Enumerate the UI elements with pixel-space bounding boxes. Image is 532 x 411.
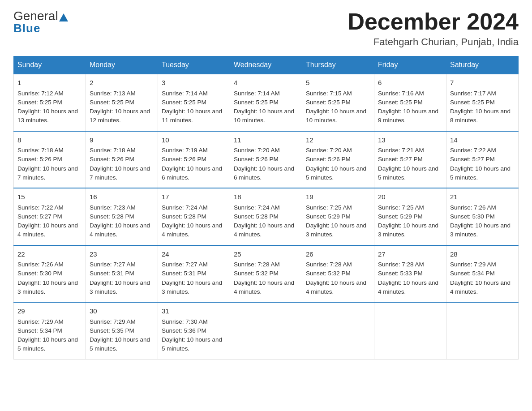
day-number: 4 <box>234 78 298 88</box>
day-number: 23 <box>90 249 154 260</box>
header-monday: Monday <box>86 56 158 74</box>
calendar-cell: 21Sunrise: 7:26 AMSunset: 5:30 PMDayligh… <box>446 188 519 245</box>
day-number: 30 <box>90 306 154 317</box>
day-number: 24 <box>162 249 226 260</box>
main-title: December 2024 <box>348 9 519 34</box>
calendar-cell: 17Sunrise: 7:24 AMSunset: 5:28 PMDayligh… <box>158 188 230 245</box>
header-thursday: Thursday <box>302 56 374 74</box>
day-number: 2 <box>90 78 154 88</box>
header-tuesday: Tuesday <box>158 56 230 74</box>
week-row-4: 22Sunrise: 7:26 AMSunset: 5:30 PMDayligh… <box>14 245 519 303</box>
calendar-cell <box>446 302 519 359</box>
calendar-cell: 22Sunrise: 7:26 AMSunset: 5:30 PMDayligh… <box>14 245 86 303</box>
calendar-cell: 9Sunrise: 7:18 AMSunset: 5:26 PMDaylight… <box>86 131 158 188</box>
calendar-cell: 7Sunrise: 7:17 AMSunset: 5:25 PMDaylight… <box>446 74 519 131</box>
day-number: 26 <box>306 249 370 260</box>
header-friday: Friday <box>374 56 446 74</box>
day-number: 20 <box>378 192 442 202</box>
calendar-cell: 15Sunrise: 7:22 AMSunset: 5:27 PMDayligh… <box>14 188 86 245</box>
calendar-cell: 5Sunrise: 7:15 AMSunset: 5:25 PMDaylight… <box>302 74 374 131</box>
week-row-5: 29Sunrise: 7:29 AMSunset: 5:34 PMDayligh… <box>14 302 519 359</box>
calendar-cell: 29Sunrise: 7:29 AMSunset: 5:34 PMDayligh… <box>14 302 86 359</box>
day-number: 21 <box>450 192 515 202</box>
calendar-cell: 26Sunrise: 7:28 AMSunset: 5:32 PMDayligh… <box>302 245 374 303</box>
day-number: 25 <box>234 249 298 260</box>
day-number: 12 <box>306 135 370 146</box>
calendar-cell: 25Sunrise: 7:28 AMSunset: 5:32 PMDayligh… <box>230 245 302 303</box>
day-number: 18 <box>234 192 298 202</box>
calendar-cell: 12Sunrise: 7:20 AMSunset: 5:26 PMDayligh… <box>302 131 374 188</box>
day-number: 7 <box>450 78 515 88</box>
calendar-cell: 20Sunrise: 7:25 AMSunset: 5:29 PMDayligh… <box>374 188 446 245</box>
calendar-cell: 3Sunrise: 7:14 AMSunset: 5:25 PMDaylight… <box>158 74 230 131</box>
calendar-cell <box>230 302 302 359</box>
week-row-2: 8Sunrise: 7:18 AMSunset: 5:26 PMDaylight… <box>14 131 519 188</box>
calendar-cell: 19Sunrise: 7:25 AMSunset: 5:29 PMDayligh… <box>302 188 374 245</box>
page-header: General Blue December 2024 Fatehgarh Chu… <box>13 9 519 48</box>
calendar-cell: 27Sunrise: 7:28 AMSunset: 5:33 PMDayligh… <box>374 245 446 303</box>
day-number: 28 <box>450 249 515 260</box>
day-number: 31 <box>162 306 226 317</box>
day-number: 27 <box>378 249 442 260</box>
day-number: 16 <box>90 192 154 202</box>
header-wednesday: Wednesday <box>230 56 302 74</box>
day-number: 22 <box>17 249 82 260</box>
calendar-cell: 8Sunrise: 7:18 AMSunset: 5:26 PMDaylight… <box>14 131 86 188</box>
logo-blue: Blue <box>13 21 40 35</box>
calendar-cell: 16Sunrise: 7:23 AMSunset: 5:28 PMDayligh… <box>86 188 158 245</box>
calendar-cell: 1Sunrise: 7:12 AMSunset: 5:25 PMDaylight… <box>14 74 86 131</box>
calendar-cell <box>374 302 446 359</box>
day-number: 17 <box>162 192 226 202</box>
header-saturday: Saturday <box>446 56 519 74</box>
calendar-cell: 14Sunrise: 7:22 AMSunset: 5:27 PMDayligh… <box>446 131 519 188</box>
logo: General Blue <box>13 9 68 35</box>
calendar-cell: 2Sunrise: 7:13 AMSunset: 5:25 PMDaylight… <box>86 74 158 131</box>
calendar-body: 1Sunrise: 7:12 AMSunset: 5:25 PMDaylight… <box>14 74 519 359</box>
calendar-cell <box>302 302 374 359</box>
day-number: 13 <box>378 135 442 146</box>
week-row-3: 15Sunrise: 7:22 AMSunset: 5:27 PMDayligh… <box>14 188 519 245</box>
calendar-header: SundayMondayTuesdayWednesdayThursdayFrid… <box>14 56 519 74</box>
day-number: 6 <box>378 78 442 88</box>
day-number: 29 <box>17 306 82 317</box>
day-number: 14 <box>450 135 515 146</box>
calendar-cell: 6Sunrise: 7:16 AMSunset: 5:25 PMDaylight… <box>374 74 446 131</box>
calendar-cell: 23Sunrise: 7:27 AMSunset: 5:31 PMDayligh… <box>86 245 158 303</box>
day-number: 1 <box>17 78 82 88</box>
day-number: 5 <box>306 78 370 88</box>
calendar-cell: 4Sunrise: 7:14 AMSunset: 5:25 PMDaylight… <box>230 74 302 131</box>
svg-marker-0 <box>59 13 68 21</box>
title-section: December 2024 Fatehgarh Churian, Punjab,… <box>348 9 519 48</box>
day-number: 15 <box>17 192 82 202</box>
day-number: 11 <box>234 135 298 146</box>
calendar-cell: 24Sunrise: 7:27 AMSunset: 5:31 PMDayligh… <box>158 245 230 303</box>
logo-triangle-icon <box>59 12 68 21</box>
calendar-cell: 31Sunrise: 7:30 AMSunset: 5:36 PMDayligh… <box>158 302 230 359</box>
day-number: 3 <box>162 78 226 88</box>
calendar-cell: 13Sunrise: 7:21 AMSunset: 5:27 PMDayligh… <box>374 131 446 188</box>
calendar-table: SundayMondayTuesdayWednesdayThursdayFrid… <box>13 56 519 360</box>
calendar-cell: 28Sunrise: 7:29 AMSunset: 5:34 PMDayligh… <box>446 245 519 303</box>
day-number: 8 <box>17 135 82 146</box>
day-number: 19 <box>306 192 370 202</box>
calendar-cell: 30Sunrise: 7:29 AMSunset: 5:35 PMDayligh… <box>86 302 158 359</box>
day-number: 10 <box>162 135 226 146</box>
day-number: 9 <box>90 135 154 146</box>
header-sunday: Sunday <box>14 56 86 74</box>
calendar-cell: 11Sunrise: 7:20 AMSunset: 5:26 PMDayligh… <box>230 131 302 188</box>
calendar-cell: 18Sunrise: 7:24 AMSunset: 5:28 PMDayligh… <box>230 188 302 245</box>
calendar-cell: 10Sunrise: 7:19 AMSunset: 5:26 PMDayligh… <box>158 131 230 188</box>
subtitle: Fatehgarh Churian, Punjab, India <box>348 36 519 48</box>
week-row-1: 1Sunrise: 7:12 AMSunset: 5:25 PMDaylight… <box>14 74 519 131</box>
